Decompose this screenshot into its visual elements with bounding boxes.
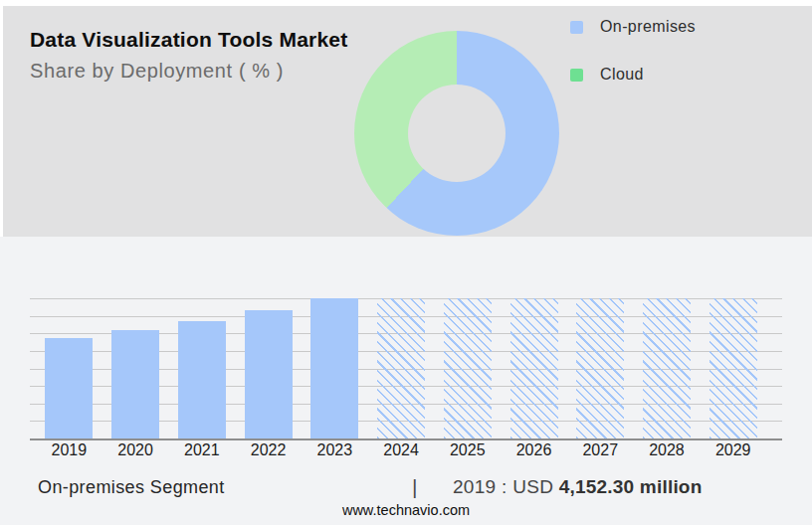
bar-2022 bbox=[245, 310, 293, 438]
forecast-bar-2027 bbox=[576, 298, 624, 438]
separator-bar: | bbox=[412, 475, 417, 499]
bar-column-2027 bbox=[567, 298, 634, 438]
legend-label: Cloud bbox=[600, 66, 644, 84]
infographic-page: Data Visualization Tools Market Share by… bbox=[0, 0, 812, 525]
bar-column-2025 bbox=[434, 298, 501, 438]
legend-item-cloud: Cloud bbox=[570, 66, 696, 84]
forecast-bar-2028 bbox=[643, 298, 691, 438]
x-axis-label-2020: 2020 bbox=[102, 441, 169, 459]
x-axis-label-2019: 2019 bbox=[36, 441, 102, 459]
bar-chart bbox=[36, 298, 766, 438]
bar-column-2026 bbox=[501, 298, 567, 438]
legend: On-premises Cloud bbox=[570, 18, 696, 113]
x-axis-label-2023: 2023 bbox=[302, 441, 368, 459]
bar-2021 bbox=[178, 321, 226, 438]
bar-column-2019 bbox=[36, 298, 102, 438]
top-panel: Data Visualization Tools Market Share by… bbox=[3, 6, 812, 237]
bar-2023 bbox=[310, 298, 358, 438]
forecast-bar-2024 bbox=[377, 298, 425, 438]
x-axis-label-2028: 2028 bbox=[634, 441, 701, 459]
x-axis-labels: 2019202020212022202320242025202620272028… bbox=[36, 441, 766, 459]
segment-value: 2019 : USD 4,152.30 million bbox=[453, 476, 702, 498]
bar-column-2029 bbox=[700, 298, 766, 438]
x-axis-label-2025: 2025 bbox=[434, 441, 501, 459]
website-text: www.technavio.com bbox=[0, 502, 812, 518]
bar-column-2021 bbox=[168, 298, 235, 438]
segment-label: On-premises Segment bbox=[38, 477, 225, 498]
footer-caption: On-premises Segment | 2019 : USD 4,152.3… bbox=[0, 475, 812, 503]
bar-2020 bbox=[111, 330, 159, 438]
x-axis-label-2029: 2029 bbox=[700, 441, 766, 459]
forecast-bar-2025 bbox=[444, 298, 492, 438]
page-subtitle: Share by Deployment ( % ) bbox=[30, 60, 284, 83]
donut-hole bbox=[408, 85, 506, 182]
x-axis-label-2022: 2022 bbox=[235, 441, 302, 459]
value-prefix: 2019 : USD bbox=[453, 476, 559, 497]
legend-label: On-premises bbox=[600, 18, 696, 36]
legend-swatch-green bbox=[570, 69, 583, 82]
bar-column-2028 bbox=[634, 298, 701, 438]
page-title: Data Visualization Tools Market bbox=[30, 28, 347, 52]
forecast-bar-2029 bbox=[710, 298, 757, 438]
bar-column-2020 bbox=[102, 298, 169, 438]
bar-column-2023 bbox=[302, 298, 368, 438]
x-axis-label-2021: 2021 bbox=[168, 441, 235, 459]
x-axis-label-2026: 2026 bbox=[501, 441, 567, 459]
x-axis-label-2027: 2027 bbox=[567, 441, 634, 459]
donut-chart bbox=[354, 31, 559, 236]
value-amount: 4,152.30 million bbox=[559, 476, 703, 497]
x-axis-baseline bbox=[30, 438, 782, 440]
legend-swatch-blue bbox=[570, 21, 583, 34]
x-axis-label-2024: 2024 bbox=[368, 441, 435, 459]
bar-column-2022 bbox=[235, 298, 302, 438]
bar-2019 bbox=[45, 338, 93, 438]
bar-column-2024 bbox=[368, 298, 435, 438]
forecast-bar-2026 bbox=[510, 298, 558, 438]
legend-item-on-premises: On-premises bbox=[570, 18, 696, 36]
